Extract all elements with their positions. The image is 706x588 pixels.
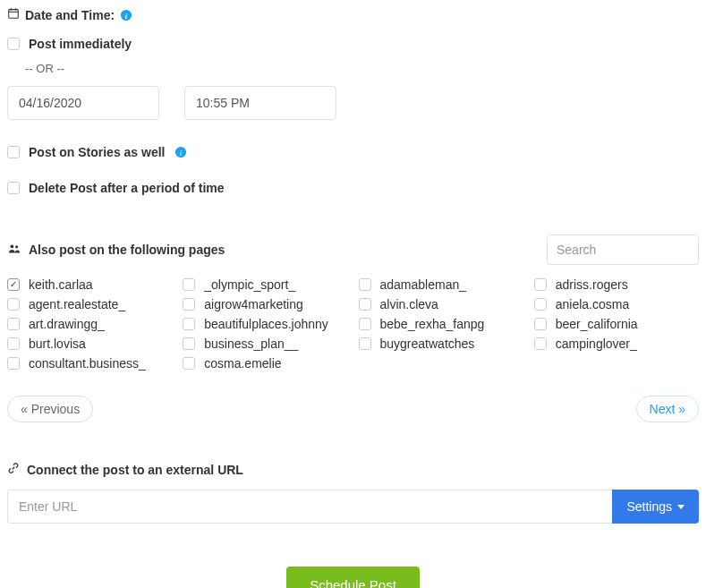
page-label: art.drawingg_: [29, 317, 105, 331]
link-icon: [7, 462, 20, 477]
page-checkbox[interactable]: [183, 278, 195, 291]
page-item[interactable]: adriss.rogers: [534, 277, 699, 292]
page-checkbox[interactable]: [183, 337, 195, 350]
page-label: aniela.cosma: [556, 297, 630, 311]
page-label: campinglover_: [556, 337, 637, 351]
page-label: agent.realestate_: [29, 297, 125, 311]
page-item[interactable]: bebe_rexha_fanpg: [359, 317, 523, 331]
previous-button[interactable]: « Previous: [7, 396, 93, 422]
page-label: business_plan__: [204, 337, 298, 351]
page-item[interactable]: keith.carlaa: [7, 277, 172, 292]
page-checkbox[interactable]: [183, 298, 195, 311]
date-time-section-label: Date and Time: i: [7, 7, 699, 22]
page-item[interactable]: art.drawingg_: [7, 317, 172, 331]
post-immediately-row[interactable]: Post immediately: [7, 37, 699, 51]
page-checkbox[interactable]: [534, 298, 547, 311]
page-label: burt.lovisa: [29, 337, 86, 351]
page-label: beer_california: [556, 317, 638, 331]
post-immediately-label: Post immediately: [29, 37, 132, 51]
pages-search-input[interactable]: [547, 234, 699, 265]
page-item[interactable]: campinglover_: [534, 337, 699, 351]
page-item[interactable]: aniela.cosma: [534, 297, 699, 311]
calendar-icon: [7, 7, 20, 22]
page-checkbox[interactable]: [7, 357, 20, 370]
page-checkbox[interactable]: [183, 318, 195, 330]
page-label: consultant.business_: [29, 356, 146, 371]
page-checkbox[interactable]: [534, 337, 547, 350]
time-input[interactable]: [184, 86, 336, 120]
settings-button-label: Settings: [626, 499, 672, 514]
page-checkbox[interactable]: [7, 318, 20, 330]
page-label: alvin.cleva: [380, 297, 438, 311]
page-item[interactable]: consultant.business_: [7, 356, 172, 371]
url-label: Connect the post to an external URL: [27, 463, 243, 477]
page-item[interactable]: adamableman_: [359, 277, 523, 292]
settings-button[interactable]: Settings: [612, 490, 699, 524]
page-item[interactable]: agent.realestate_: [7, 297, 172, 311]
page-item[interactable]: cosma.emelie: [183, 356, 347, 371]
post-stories-label: Post on Stories as well: [29, 145, 166, 159]
info-icon[interactable]: i: [120, 9, 132, 21]
delete-post-checkbox[interactable]: [7, 182, 20, 194]
page-checkbox[interactable]: [534, 318, 547, 330]
page-item[interactable]: beer_california: [534, 317, 699, 331]
page-checkbox[interactable]: [7, 278, 20, 291]
page-checkbox[interactable]: [359, 298, 371, 311]
page-label: keith.carlaa: [29, 277, 93, 292]
info-icon[interactable]: i: [174, 146, 187, 158]
pages-section-header: Also post on the following pages: [7, 243, 225, 258]
page-checkbox[interactable]: [7, 337, 20, 350]
date-input[interactable]: [7, 86, 159, 120]
post-stories-checkbox[interactable]: [7, 146, 20, 158]
svg-point-8: [10, 244, 13, 248]
delete-post-label: Delete Post after a period of time: [29, 181, 225, 195]
page-checkbox[interactable]: [359, 337, 371, 350]
page-label: adriss.rogers: [556, 277, 628, 292]
pages-label: Also post on the following pages: [29, 243, 225, 257]
next-button[interactable]: Next »: [636, 396, 699, 422]
page-checkbox[interactable]: [359, 278, 371, 291]
page-label: _olympic_sport_: [204, 277, 295, 292]
page-label: beautifulplaces.johnny: [204, 317, 328, 331]
page-label: buygreatwatches: [380, 337, 475, 351]
page-item[interactable]: business_plan__: [183, 337, 347, 351]
page-item[interactable]: _olympic_sport_: [183, 277, 347, 292]
page-checkbox[interactable]: [534, 278, 547, 291]
delete-post-row[interactable]: Delete Post after a period of time: [7, 181, 699, 195]
or-separator: -- OR --: [25, 62, 699, 75]
page-item[interactable]: alvin.cleva: [359, 297, 523, 311]
url-section-header: Connect the post to an external URL: [7, 462, 699, 477]
svg-rect-0: [9, 10, 19, 19]
page-item[interactable]: aigrow4marketing: [183, 297, 347, 311]
page-label: bebe_rexha_fanpg: [380, 317, 485, 331]
page-item[interactable]: beautifulplaces.johnny: [183, 317, 347, 331]
page-label: cosma.emelie: [204, 356, 281, 371]
page-item[interactable]: buygreatwatches: [359, 337, 523, 351]
users-icon: [7, 243, 21, 258]
page-checkbox[interactable]: [183, 357, 195, 370]
svg-point-9: [15, 245, 18, 248]
page-label: adamableman_: [380, 277, 467, 292]
post-stories-row[interactable]: Post on Stories as well i: [7, 145, 699, 159]
date-time-label: Date and Time:: [25, 8, 115, 22]
chevron-down-icon: [677, 505, 685, 509]
url-input[interactable]: [7, 490, 612, 524]
page-checkbox[interactable]: [7, 298, 20, 311]
post-immediately-checkbox[interactable]: [7, 38, 20, 50]
page-item[interactable]: burt.lovisa: [7, 337, 172, 351]
schedule-post-button[interactable]: Schedule Post: [286, 567, 420, 588]
page-checkbox[interactable]: [359, 318, 371, 330]
page-label: aigrow4marketing: [204, 297, 303, 311]
